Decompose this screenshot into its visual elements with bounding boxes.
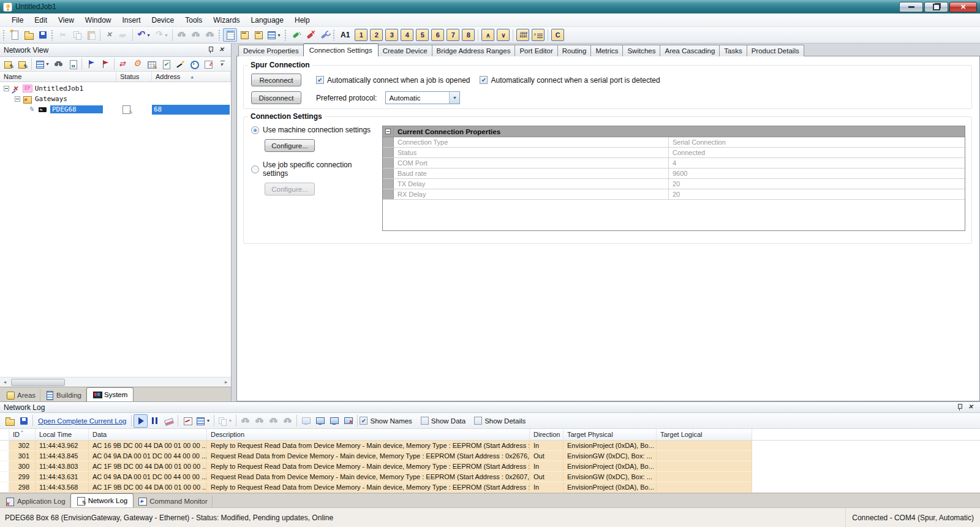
monitor-in-button[interactable] xyxy=(313,414,327,428)
tab-building[interactable]: Building xyxy=(40,389,86,401)
dropdown-arrow-icon[interactable] xyxy=(449,92,459,104)
start-logging-button[interactable] xyxy=(134,414,148,428)
log-column-direction[interactable]: Direction xyxy=(530,429,564,440)
log-find-next-button[interactable] xyxy=(252,414,266,428)
menu-device[interactable]: Device xyxy=(146,14,180,26)
tab-switches[interactable]: Switches xyxy=(622,45,660,56)
log-row[interactable]: 298 11:44:43.568 AC 1F 9B DC 00 44 DA 00… xyxy=(0,482,980,493)
menu-view[interactable]: View xyxy=(53,14,80,26)
redo-dropdown[interactable] xyxy=(164,32,169,38)
columns-dropdown[interactable] xyxy=(205,418,211,423)
show-data-checkbox[interactable] xyxy=(421,417,429,425)
scroll-left-button[interactable]: ◂ xyxy=(0,377,10,387)
columns-button[interactable] xyxy=(34,58,51,71)
undo-dropdown[interactable] xyxy=(146,32,151,38)
preferred-protocol-dropdown[interactable]: Automatic xyxy=(385,91,460,104)
quick-address-button-1[interactable]: 1 xyxy=(355,29,368,41)
log-column-target-logical[interactable]: Target Logical xyxy=(657,429,752,440)
tab-connection-settings[interactable]: Connection Settings xyxy=(303,44,379,56)
find-device-button[interactable] xyxy=(51,58,66,71)
auto-connect-job-checkbox[interactable] xyxy=(316,76,324,84)
tab-device-properties[interactable]: Device Properties xyxy=(238,45,304,56)
tree-label-gateways[interactable]: Gateways xyxy=(35,95,67,103)
import-button[interactable] xyxy=(98,58,112,71)
tree-label-job[interactable]: UntitledJob1 xyxy=(35,85,83,93)
monitor-stop-button[interactable] xyxy=(341,414,355,428)
tab-product-details[interactable]: Product Details xyxy=(747,45,804,56)
log-column-local-time[interactable]: Local Time xyxy=(36,429,89,440)
c-button[interactable]: C xyxy=(551,29,564,41)
menu-tools[interactable]: Tools xyxy=(179,14,208,26)
log-row[interactable]: 299 11:44:43.631 AC 04 9A DA 00 01 DC 00… xyxy=(0,472,980,482)
view-list-button[interactable] xyxy=(265,28,283,42)
reconnect-button[interactable]: Reconnect xyxy=(251,74,301,86)
log-column-data[interactable]: Data xyxy=(89,429,207,440)
log-row[interactable]: 302 11:44:43.962 AC 16 9B DC 00 44 DA 00… xyxy=(0,441,980,451)
machine-settings-radio[interactable] xyxy=(251,126,259,134)
disconnect-button[interactable]: Disconnect xyxy=(251,91,301,104)
tab-command-monitor[interactable]: Command Monitor xyxy=(134,495,213,507)
active-window-button[interactable] xyxy=(251,28,265,42)
log-column-description[interactable]: Description xyxy=(207,429,530,440)
minimize-button[interactable] xyxy=(899,2,923,12)
tab-area-cascading[interactable]: Area Cascading xyxy=(660,45,720,56)
new-job-button[interactable] xyxy=(7,28,21,42)
device-settings-button[interactable] xyxy=(130,58,145,71)
restore-button[interactable] xyxy=(924,2,948,12)
next-address-button[interactable] xyxy=(497,29,510,41)
collapse-minus-icon[interactable] xyxy=(385,129,391,134)
menu-insert[interactable]: Insert xyxy=(117,14,146,26)
menu-wizards[interactable]: Wizards xyxy=(208,14,245,26)
tab-network-log[interactable]: Network Log xyxy=(70,493,134,507)
device-address-cell[interactable]: 68 xyxy=(152,105,230,115)
tab-application-log[interactable]: Application Log xyxy=(1,495,70,507)
pin-panel-button[interactable] xyxy=(205,45,216,55)
close-panel-button[interactable] xyxy=(217,45,227,55)
menu-window[interactable]: Window xyxy=(80,14,117,26)
paste-button[interactable] xyxy=(84,28,98,42)
quick-address-button-8[interactable]: 8 xyxy=(462,29,475,41)
export-button[interactable] xyxy=(84,58,98,71)
log-column-target-physical[interactable]: Target Physical xyxy=(564,429,657,440)
collapse-toggle[interactable] xyxy=(4,86,9,91)
scroll-right-button[interactable]: ▸ xyxy=(221,377,231,387)
scrollbar-thumb[interactable] xyxy=(11,379,65,386)
network-view-toggle-button[interactable] xyxy=(223,28,237,42)
log-chart-button[interactable] xyxy=(180,414,194,428)
connection-config-button[interactable] xyxy=(317,28,331,42)
quick-address-button-3[interactable]: 3 xyxy=(385,29,398,41)
quick-address-button-2[interactable]: 2 xyxy=(370,29,383,41)
column-header-name[interactable]: Name xyxy=(0,72,116,82)
report-button[interactable] xyxy=(66,58,80,71)
tab-areas[interactable]: Areas xyxy=(1,389,40,401)
configure-wand-button[interactable] xyxy=(173,58,187,71)
pause-logging-button[interactable] xyxy=(148,414,162,428)
collapse-toggle[interactable] xyxy=(15,96,20,102)
monitor-out-button[interactable] xyxy=(327,414,341,428)
job-window-button[interactable] xyxy=(237,28,251,42)
tab-bridge-address-ranges[interactable]: Bridge Address Ranges xyxy=(432,45,516,56)
verify-devices-button[interactable] xyxy=(159,58,173,71)
device-status-cell[interactable] xyxy=(121,104,131,116)
tree-row-device[interactable]: PDEG68 68 xyxy=(0,104,231,115)
tab-metrics[interactable]: Metrics xyxy=(590,45,623,56)
show-names-checkbox[interactable] xyxy=(360,417,368,425)
monitor-view-button[interactable] xyxy=(299,414,313,428)
connect-button[interactable] xyxy=(289,28,303,42)
quick-address-button-5[interactable]: 5 xyxy=(416,29,429,41)
quick-address-button-4[interactable]: 4 xyxy=(401,29,413,41)
log-row[interactable]: 301 11:44:43.845 AC 04 9A DA 00 01 DC 00… xyxy=(0,451,980,461)
show-details-checkbox[interactable] xyxy=(474,417,482,425)
column-header-status[interactable]: Status xyxy=(116,72,152,82)
log-columns-button[interactable] xyxy=(194,414,212,428)
undo-button[interactable] xyxy=(135,28,153,42)
log-find-button[interactable] xyxy=(238,414,252,428)
tab-port-editor[interactable]: Port Editor xyxy=(514,45,557,56)
clear-log-button[interactable] xyxy=(162,414,176,428)
job-settings-radio[interactable] xyxy=(251,165,259,173)
copy-log-button[interactable] xyxy=(216,414,234,428)
save-log-button[interactable] xyxy=(17,414,31,428)
log-row[interactable]: 300 11:44:43.803 AC 1F 9B DC 00 44 DA 00… xyxy=(0,461,980,472)
delete-button[interactable] xyxy=(102,28,116,42)
find-button[interactable] xyxy=(175,28,189,42)
